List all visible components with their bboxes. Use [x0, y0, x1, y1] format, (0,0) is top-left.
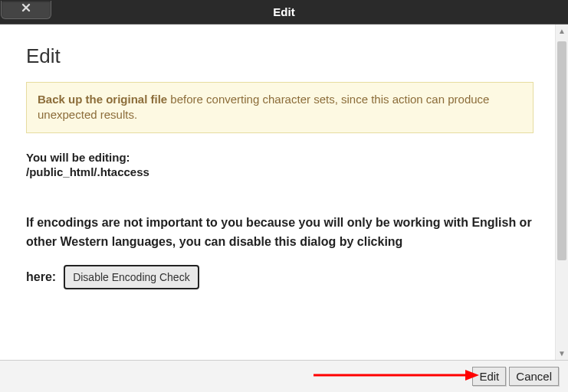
file-path: /public_html/.htaccess [26, 165, 534, 178]
dialog-footer: Edit Cancel [0, 360, 568, 392]
cancel-button[interactable]: Cancel [509, 367, 559, 386]
dialog-content: Edit Back up the original file before co… [0, 24, 555, 360]
encoding-message: If encodings are not important to you be… [26, 214, 534, 252]
warning-bold: Back up the original file [38, 93, 167, 106]
close-icon [21, 2, 31, 16]
scroll-up-arrow-icon[interactable]: ▲ [556, 24, 568, 38]
here-label: here: [26, 270, 56, 284]
scroll-thumb[interactable] [557, 41, 566, 260]
dialog-heading: Edit [26, 44, 534, 68]
scroll-down-arrow-icon[interactable]: ▼ [556, 347, 568, 360]
close-button[interactable] [1, 1, 51, 19]
vertical-scrollbar[interactable]: ▲ ▼ [555, 24, 568, 360]
editing-label: You will be editing: [26, 150, 534, 165]
warning-box: Back up the original file before convert… [26, 82, 534, 133]
titlebar: Edit [0, 0, 568, 24]
titlebar-title: Edit [0, 5, 568, 18]
dialog-body: Edit Back up the original file before co… [0, 24, 568, 360]
disable-encoding-check-button[interactable]: Disable Encoding Check [64, 265, 199, 289]
edit-button[interactable]: Edit [472, 367, 506, 386]
